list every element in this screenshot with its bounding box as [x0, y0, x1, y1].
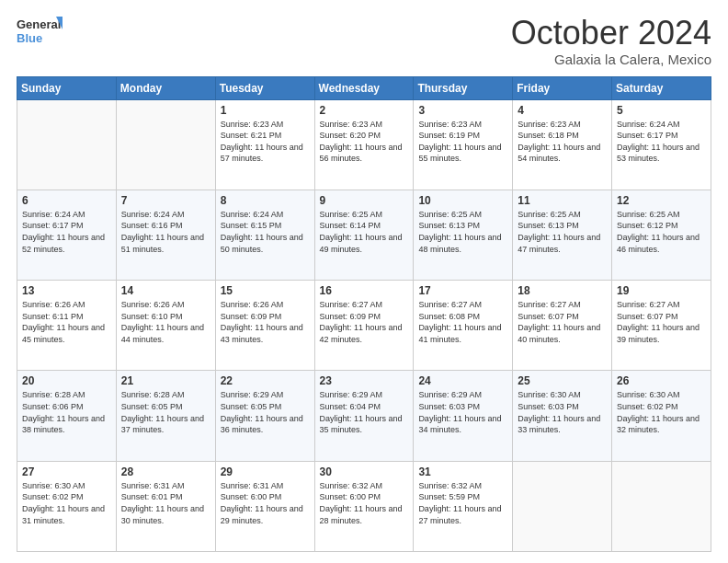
- day-number: 12: [617, 194, 706, 207]
- day-info: Sunrise: 6:23 AM Sunset: 6:20 PM Dayligh…: [320, 119, 409, 165]
- day-info: Sunrise: 6:24 AM Sunset: 6:17 PM Dayligh…: [22, 209, 111, 255]
- day-info: Sunrise: 6:24 AM Sunset: 6:17 PM Dayligh…: [617, 119, 706, 165]
- day-cell: 16Sunrise: 6:27 AM Sunset: 6:09 PM Dayli…: [314, 281, 414, 371]
- col-header-friday: Friday: [513, 76, 612, 99]
- day-info: Sunrise: 6:30 AM Sunset: 6:02 PM Dayligh…: [617, 389, 706, 435]
- day-cell: 15Sunrise: 6:26 AM Sunset: 6:09 PM Dayli…: [215, 281, 314, 371]
- day-cell: 31Sunrise: 6:32 AM Sunset: 5:59 PM Dayli…: [414, 461, 513, 551]
- day-number: 9: [320, 194, 409, 207]
- day-info: Sunrise: 6:25 AM Sunset: 6:13 PM Dayligh…: [418, 209, 507, 255]
- day-info: Sunrise: 6:32 AM Sunset: 6:00 PM Dayligh…: [320, 480, 409, 526]
- week-row-5: 27Sunrise: 6:30 AM Sunset: 6:02 PM Dayli…: [17, 461, 711, 551]
- logo: General Blue: [17, 15, 63, 48]
- day-cell: 22Sunrise: 6:29 AM Sunset: 6:05 PM Dayli…: [215, 371, 314, 461]
- title-block: October 2024 Galaxia la Calera, Mexico: [511, 15, 711, 67]
- day-cell: 26Sunrise: 6:30 AM Sunset: 6:02 PM Dayli…: [612, 371, 711, 461]
- day-cell: 12Sunrise: 6:25 AM Sunset: 6:12 PM Dayli…: [612, 190, 711, 280]
- day-cell: 20Sunrise: 6:28 AM Sunset: 6:06 PM Dayli…: [17, 371, 117, 461]
- day-cell: [612, 461, 711, 551]
- day-cell: 14Sunrise: 6:26 AM Sunset: 6:10 PM Dayli…: [116, 281, 215, 371]
- calendar: SundayMondayTuesdayWednesdayThursdayFrid…: [17, 76, 711, 552]
- day-cell: 19Sunrise: 6:27 AM Sunset: 6:07 PM Dayli…: [612, 281, 711, 371]
- day-info: Sunrise: 6:32 AM Sunset: 5:59 PM Dayligh…: [418, 480, 507, 526]
- day-cell: 28Sunrise: 6:31 AM Sunset: 6:01 PM Dayli…: [116, 461, 215, 551]
- day-cell: 18Sunrise: 6:27 AM Sunset: 6:07 PM Dayli…: [513, 281, 612, 371]
- day-number: 16: [320, 284, 409, 297]
- day-cell: 13Sunrise: 6:26 AM Sunset: 6:11 PM Dayli…: [17, 281, 117, 371]
- day-cell: 21Sunrise: 6:28 AM Sunset: 6:05 PM Dayli…: [116, 371, 215, 461]
- day-info: Sunrise: 6:28 AM Sunset: 6:06 PM Dayligh…: [22, 389, 111, 435]
- day-number: 17: [418, 284, 507, 297]
- day-cell: [116, 99, 215, 190]
- day-number: 25: [518, 374, 607, 387]
- main-title: October 2024: [511, 15, 711, 52]
- day-info: Sunrise: 6:25 AM Sunset: 6:12 PM Dayligh…: [617, 209, 706, 255]
- day-info: Sunrise: 6:23 AM Sunset: 6:19 PM Dayligh…: [418, 119, 507, 165]
- week-row-2: 6Sunrise: 6:24 AM Sunset: 6:17 PM Daylig…: [17, 190, 711, 280]
- day-number: 14: [121, 284, 210, 297]
- logo-svg: General Blue: [17, 15, 63, 48]
- header: General Blue October 2024 Galaxia la Cal…: [17, 15, 711, 67]
- day-info: Sunrise: 6:26 AM Sunset: 6:11 PM Dayligh…: [22, 299, 111, 345]
- day-number: 19: [617, 284, 706, 297]
- day-cell: 9Sunrise: 6:25 AM Sunset: 6:14 PM Daylig…: [314, 190, 414, 280]
- col-header-wednesday: Wednesday: [314, 76, 414, 99]
- day-info: Sunrise: 6:29 AM Sunset: 6:03 PM Dayligh…: [418, 389, 507, 435]
- day-cell: 11Sunrise: 6:25 AM Sunset: 6:13 PM Dayli…: [513, 190, 612, 280]
- subtitle: Galaxia la Calera, Mexico: [511, 52, 711, 67]
- day-cell: 7Sunrise: 6:24 AM Sunset: 6:16 PM Daylig…: [116, 190, 215, 280]
- day-info: Sunrise: 6:25 AM Sunset: 6:14 PM Dayligh…: [320, 209, 409, 255]
- day-number: 10: [418, 194, 507, 207]
- col-header-monday: Monday: [116, 76, 215, 99]
- page: General Blue October 2024 Galaxia la Cal…: [0, 0, 728, 563]
- week-row-4: 20Sunrise: 6:28 AM Sunset: 6:06 PM Dayli…: [17, 371, 711, 461]
- day-cell: 29Sunrise: 6:31 AM Sunset: 6:00 PM Dayli…: [215, 461, 314, 551]
- day-info: Sunrise: 6:27 AM Sunset: 6:07 PM Dayligh…: [617, 299, 706, 345]
- day-info: Sunrise: 6:30 AM Sunset: 6:03 PM Dayligh…: [518, 389, 607, 435]
- day-cell: 6Sunrise: 6:24 AM Sunset: 6:17 PM Daylig…: [17, 190, 117, 280]
- day-number: 28: [121, 465, 210, 478]
- day-info: Sunrise: 6:26 AM Sunset: 6:10 PM Dayligh…: [121, 299, 210, 345]
- day-cell: [513, 461, 612, 551]
- day-number: 15: [221, 284, 310, 297]
- day-cell: 27Sunrise: 6:30 AM Sunset: 6:02 PM Dayli…: [17, 461, 117, 551]
- week-row-3: 13Sunrise: 6:26 AM Sunset: 6:11 PM Dayli…: [17, 281, 711, 371]
- day-cell: 8Sunrise: 6:24 AM Sunset: 6:15 PM Daylig…: [215, 190, 314, 280]
- day-info: Sunrise: 6:30 AM Sunset: 6:02 PM Dayligh…: [22, 480, 111, 526]
- day-cell: 23Sunrise: 6:29 AM Sunset: 6:04 PM Dayli…: [314, 371, 414, 461]
- day-number: 3: [418, 104, 507, 117]
- day-cell: 3Sunrise: 6:23 AM Sunset: 6:19 PM Daylig…: [414, 99, 513, 190]
- day-cell: 17Sunrise: 6:27 AM Sunset: 6:08 PM Dayli…: [414, 281, 513, 371]
- day-info: Sunrise: 6:26 AM Sunset: 6:09 PM Dayligh…: [221, 299, 310, 345]
- day-cell: 24Sunrise: 6:29 AM Sunset: 6:03 PM Dayli…: [414, 371, 513, 461]
- day-number: 21: [121, 374, 210, 387]
- day-number: 31: [418, 465, 507, 478]
- day-info: Sunrise: 6:23 AM Sunset: 6:18 PM Dayligh…: [518, 119, 607, 165]
- col-header-saturday: Saturday: [612, 76, 711, 99]
- day-number: 1: [221, 104, 310, 117]
- day-info: Sunrise: 6:31 AM Sunset: 6:01 PM Dayligh…: [121, 480, 210, 526]
- svg-text:Blue: Blue: [17, 31, 42, 45]
- day-info: Sunrise: 6:29 AM Sunset: 6:04 PM Dayligh…: [320, 389, 409, 435]
- day-number: 27: [22, 465, 111, 478]
- day-cell: 25Sunrise: 6:30 AM Sunset: 6:03 PM Dayli…: [513, 371, 612, 461]
- day-info: Sunrise: 6:25 AM Sunset: 6:13 PM Dayligh…: [518, 209, 607, 255]
- day-number: 11: [518, 194, 607, 207]
- day-info: Sunrise: 6:28 AM Sunset: 6:05 PM Dayligh…: [121, 389, 210, 435]
- svg-text:General: General: [17, 17, 61, 31]
- day-info: Sunrise: 6:24 AM Sunset: 6:16 PM Dayligh…: [121, 209, 210, 255]
- day-number: 13: [22, 284, 111, 297]
- day-number: 29: [221, 465, 310, 478]
- col-header-tuesday: Tuesday: [215, 76, 314, 99]
- day-cell: 10Sunrise: 6:25 AM Sunset: 6:13 PM Dayli…: [414, 190, 513, 280]
- day-number: 2: [320, 104, 409, 117]
- day-cell: 4Sunrise: 6:23 AM Sunset: 6:18 PM Daylig…: [513, 99, 612, 190]
- col-header-thursday: Thursday: [414, 76, 513, 99]
- day-number: 8: [221, 194, 310, 207]
- day-number: 30: [320, 465, 409, 478]
- day-number: 23: [320, 374, 409, 387]
- day-cell: 30Sunrise: 6:32 AM Sunset: 6:00 PM Dayli…: [314, 461, 414, 551]
- day-info: Sunrise: 6:27 AM Sunset: 6:08 PM Dayligh…: [418, 299, 507, 345]
- day-number: 7: [121, 194, 210, 207]
- day-number: 22: [221, 374, 310, 387]
